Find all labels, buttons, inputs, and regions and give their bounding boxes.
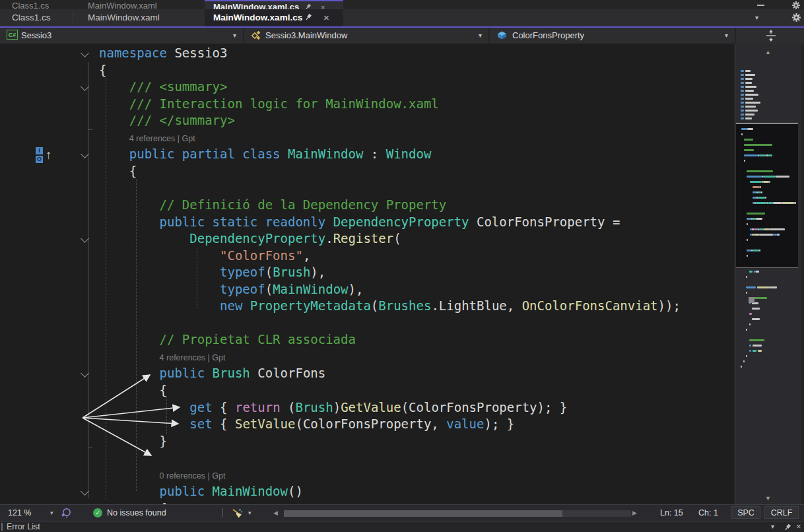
pin-icon[interactable]	[305, 2, 312, 9]
close-icon[interactable]: ×	[796, 521, 801, 532]
code-line: typeof(Brush),	[0, 264, 735, 281]
code-line	[0, 449, 735, 467]
inheritance-margin-icon[interactable]: I O ↑	[36, 147, 62, 166]
ghost-tab-mainwindow-xaml[interactable]: MainWindow.xaml	[73, 0, 205, 9]
navigation-bar: C# Sessio3 ▾ Sessio3.MainWindow ▾	[0, 28, 804, 44]
minimap-row	[746, 276, 747, 278]
close-icon[interactable]: ×	[323, 9, 329, 26]
code-text: typeof(Brush),	[99, 265, 325, 279]
fold-chevron-icon[interactable]	[81, 487, 89, 496]
code-cleanup-broom-icon[interactable]	[231, 508, 243, 519]
minimap-row	[747, 176, 789, 178]
fold-chevron-icon[interactable]	[81, 370, 89, 378]
minimap-row	[746, 355, 747, 357]
code-line: {	[0, 163, 735, 180]
column-indicator: Ch: 1	[698, 508, 718, 519]
chevron-down-icon: ▾	[233, 28, 236, 44]
code-line: public Brush ColorFons	[0, 365, 735, 382]
chevron-down-icon[interactable]: ▾	[248, 508, 251, 519]
minimap-row	[741, 114, 754, 116]
close-icon[interactable]: ×	[321, 2, 325, 9]
ghost-tab-class1[interactable]: Class1.cs	[0, 0, 73, 9]
ghost-tab-mainwindow-xaml-cs[interactable]: MainWindow.xaml.cs ×	[205, 0, 343, 9]
minimap-row	[744, 149, 754, 151]
minimap-row	[749, 323, 751, 325]
gear-icon[interactable]	[792, 13, 801, 22]
spaces-indicator[interactable]: SPC	[731, 506, 760, 519]
minimap-row	[741, 70, 751, 72]
minimap-row	[744, 139, 753, 141]
codelens-text[interactable]: 4 references | Gpt	[160, 353, 226, 362]
code-text: {	[99, 164, 137, 178]
code-text: /// </summary>	[99, 113, 235, 127]
code-text: public static readonly DependencyPropert…	[99, 215, 620, 229]
code-line: public MainWindow()	[0, 483, 735, 500]
panel-title: Error List	[7, 521, 40, 532]
zoom-select[interactable]: 121 %	[4, 507, 65, 519]
fold-chevron-icon[interactable]	[81, 150, 89, 158]
scroll-up-icon[interactable]: ▲	[735, 49, 801, 55]
tab-list-caret-icon[interactable]: ▾	[755, 9, 758, 26]
codelens-line: 4 references | Gpt	[0, 129, 735, 147]
minimap-row	[750, 228, 785, 230]
pin-icon[interactable]	[305, 9, 312, 26]
vs-window: Class1.cs MainWindow.xaml MainWindow.xam…	[0, 0, 804, 532]
code-editor[interactable]: namespace Sessio3{ /// <summary> /// Int…	[0, 44, 735, 504]
minimize-icon[interactable]	[757, 5, 764, 6]
scroll-left-icon[interactable]: ◀	[273, 510, 278, 516]
codelens-line: 4 references | Gpt	[0, 349, 735, 366]
member-dropdown[interactable]: ColorFonsProperty ▾	[490, 28, 735, 44]
minimap-row	[753, 191, 763, 193]
codelens-text[interactable]: 4 references | Gpt	[129, 134, 195, 143]
code-text: {	[99, 63, 106, 77]
minimap-row	[741, 82, 752, 84]
minimap-row	[747, 249, 760, 251]
gear-icon[interactable]	[792, 1, 800, 9]
project-dropdown[interactable]: C# Sessio3 ▾	[0, 28, 244, 44]
code-line	[0, 180, 735, 197]
minimap-row	[749, 271, 760, 273]
code-text: new PropertyMetadata(Brushes.LightBlue, …	[99, 298, 681, 313]
horizontal-scrollbar[interactable]	[284, 510, 631, 517]
tab-mainwindow-xaml[interactable]: MainWindow.xaml	[73, 9, 205, 26]
health-status[interactable]: No issues found	[107, 508, 166, 519]
code-line: public static readonly DependencyPropert…	[0, 214, 735, 231]
code-text: "ColorFons",	[99, 248, 310, 263]
pin-icon[interactable]	[784, 521, 791, 532]
fold-chevron-icon[interactable]	[81, 234, 89, 243]
split-editor-button[interactable]	[735, 28, 804, 44]
ghost-tab-row: Class1.cs MainWindow.xaml MainWindow.xam…	[0, 0, 804, 9]
minimap-row	[753, 202, 796, 204]
suggestion-icon[interactable]	[61, 507, 72, 519]
code-text: typeof(MainWindow),	[99, 282, 363, 296]
minimap-row	[747, 255, 748, 257]
line-ending-indicator[interactable]: CRLF	[764, 506, 799, 519]
minimap-row	[753, 197, 766, 199]
type-dropdown[interactable]: Sessio3.MainWindow ▾	[244, 28, 490, 44]
tab-mainwindow-xaml-cs[interactable]: MainWindow.xaml.cs ×	[205, 9, 343, 26]
scroll-down-icon[interactable]: ▼	[735, 495, 801, 502]
code-line: new PropertyMetadata(Brushes.LightBlue, …	[0, 298, 735, 315]
minimap-row	[749, 345, 762, 347]
code-line: {	[0, 382, 735, 399]
fold-chevron-icon[interactable]	[81, 49, 89, 57]
minimap-scrollbar[interactable]: ▲ ▼	[735, 44, 801, 504]
minimap-marker	[749, 297, 754, 303]
minimap-row	[744, 160, 745, 162]
tab-class1[interactable]: Class1.cs	[0, 9, 73, 26]
scroll-right-icon[interactable]: ▶	[632, 510, 637, 516]
chevron-down-icon: ▾	[479, 28, 482, 44]
code-text: set { SetValue(ColorFonsProperty, value)…	[99, 416, 514, 431]
minimap-row	[747, 223, 748, 225]
minimap-row	[749, 339, 764, 341]
minimap-row	[746, 329, 747, 331]
window-position-caret-icon[interactable]: ▾	[771, 521, 774, 532]
code-text: /// Interaction logic for MainWindow.xam…	[99, 96, 439, 111]
minimap-row	[741, 110, 758, 112]
minimap-row	[744, 154, 772, 156]
codelens-text[interactable]: 0 references | Gpt	[160, 471, 226, 481]
code-line: public partial class MainWindow : Window	[0, 146, 735, 163]
scrollbar-thumb[interactable]	[284, 510, 562, 517]
minimap-viewport[interactable]	[736, 123, 798, 268]
fold-chevron-icon[interactable]	[81, 83, 89, 91]
